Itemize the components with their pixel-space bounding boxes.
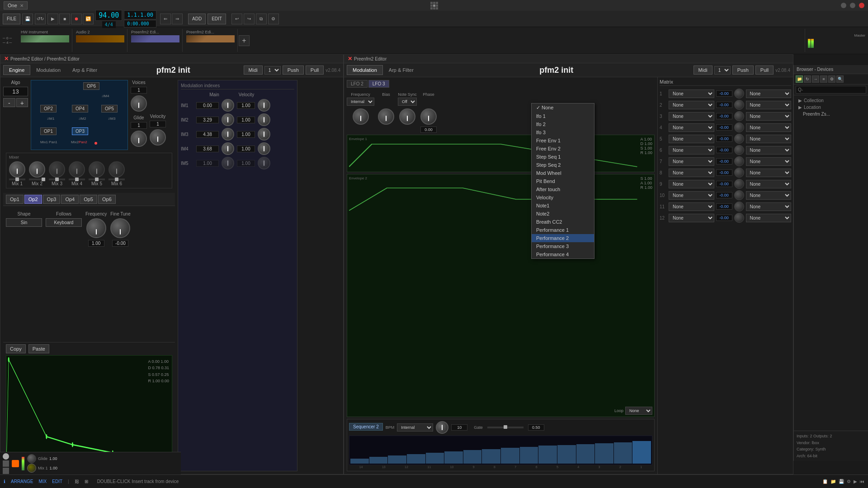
op5-tab[interactable]: Op5 [80,195,97,204]
add-button[interactable]: ADD [188,14,206,24]
bpm-knob[interactable] [436,421,448,434]
matrix-dest-9[interactable]: None [746,180,792,188]
status-icon-5[interactable]: ▶ [854,479,857,484]
op1-box[interactable]: OP1 [40,127,57,135]
dropdown-perf4[interactable]: Performance 4 [532,250,594,258]
im1-vel-value[interactable]: 1.00 [237,102,255,109]
matrix-source-7[interactable]: None [669,157,714,166]
status-icon-2[interactable]: 📁 [830,479,836,484]
dropdown-perf2[interactable]: Performance 2 [532,234,594,242]
im4-vel-value[interactable]: 1.00 [237,145,255,152]
mix2-slider[interactable] [29,178,45,180]
status-icon-link[interactable]: ⛓ [75,479,79,484]
im3-vel-value[interactable]: 1.00 [237,131,255,138]
right-tab-arp[interactable]: Arp & Filter [383,65,420,75]
nudge-left-button[interactable]: ⇐ [160,14,171,24]
right-panel-close[interactable]: ✕ [348,56,352,62]
bpm-select[interactable]: Internal [397,423,433,432]
matrix-source-2[interactable]: None [669,101,714,109]
seq-step-5[interactable] [426,453,444,464]
seq-step-4[interactable] [407,454,425,464]
matrix-knob-6[interactable] [734,145,744,155]
dropdown-none[interactable]: None [532,103,594,112]
matrix-source-1[interactable]: None [669,89,714,98]
dropdown-note2[interactable]: Note2 [532,210,594,218]
dropdown-stepseq1[interactable]: Step Seq 1 [532,153,594,161]
dropdown-aftertouch[interactable]: After touch [532,185,594,193]
left-midi-button[interactable]: Midi [244,66,263,75]
redo-button[interactable]: ↪ [244,14,255,24]
matrix-dest-12[interactable]: None [746,214,792,222]
bottom-icon-1[interactable] [3,453,9,460]
track-audio2[interactable]: Audio 2 [73,29,127,52]
loop-toggle-button[interactable]: 🔁 [83,14,94,24]
im3-vel-knob[interactable] [258,128,270,141]
seq-step-8[interactable] [482,449,500,464]
im2-vel-value[interactable]: 1.00 [237,117,255,123]
lfo-phase-knob[interactable] [420,108,437,125]
seq-step-3[interactable] [388,455,406,464]
seq-step-6[interactable] [444,451,463,464]
browser-collection[interactable]: ▶ Collection [796,97,866,104]
nudge-right-button[interactable]: ⇒ [172,14,183,24]
matrix-source-11[interactable]: None [669,202,714,211]
bottom-mix1-knob[interactable] [27,464,36,473]
file-button[interactable]: FILE [3,14,20,24]
seq-step-15[interactable] [614,442,632,464]
seq-step-10[interactable] [520,447,538,464]
dropdown-modwheel[interactable]: Mod Wheel [532,169,594,177]
bottom-record-icon[interactable] [12,460,19,467]
matrix-source-6[interactable]: None [669,146,714,155]
tab-arp-filter[interactable]: Arp & Filter [66,65,103,75]
track-hw-instrument[interactable]: HW Instrument [18,29,72,52]
arrange-button[interactable]: ARRANGE [11,479,33,484]
seq-step-2[interactable] [369,457,388,464]
window-close[interactable] [859,3,864,8]
seq-step-11[interactable] [538,446,557,464]
matrix-knob-1[interactable] [734,89,744,99]
bottom-glide-knob[interactable] [27,454,36,463]
matrix-dest-4[interactable]: None [746,123,792,132]
follows-dropdown[interactable]: Keyboard [46,218,82,227]
undo-button[interactable]: ↩ [231,14,242,24]
matrix-source-10[interactable]: None [669,191,714,200]
left-channel-select[interactable]: 1 [264,66,281,75]
tab-modulation[interactable]: Modulation [30,65,66,75]
dropdown-lfo3[interactable]: lfo 3 [532,128,594,136]
play-button[interactable]: ▶ [47,14,58,24]
velocity-knob[interactable] [150,129,166,145]
mix6-slider[interactable] [108,178,125,180]
mix5-knob[interactable] [89,161,105,178]
seq-step-7[interactable] [463,450,482,464]
op2-box[interactable]: OP2 [40,105,57,113]
lfo-notesync-select[interactable]: Off [398,98,417,106]
gate-slider[interactable] [487,427,524,428]
lfo-notesync-knob[interactable] [399,108,415,125]
status-icon-4[interactable]: ⚙ [847,479,851,484]
shape-dropdown[interactable]: Sin [6,218,42,227]
matrix-knob-12[interactable] [734,213,744,223]
browser-icon-refresh[interactable]: ↻ [804,75,811,83]
seq-step-9[interactable] [501,448,519,464]
im1-main-value[interactable]: 0.00 [196,102,219,109]
mix5-slider[interactable] [89,178,105,180]
mix2-knob[interactable] [29,161,45,178]
right-pull-button[interactable]: Pull [755,66,774,75]
matrix-knob-5[interactable] [734,134,744,144]
glide-knob[interactable] [131,131,147,147]
tempo-display[interactable]: 94.00 [95,10,122,21]
status-icon-1[interactable]: 📋 [822,479,828,484]
matrix-source-4[interactable]: None [669,123,714,132]
matrix-knob-10[interactable] [734,190,744,200]
lfo3-tab[interactable]: LFO 3 [368,80,389,88]
env2-loop-select[interactable]: None [625,407,652,415]
loop-button[interactable]: ↺↻ [35,14,46,24]
mix1-slider[interactable] [9,178,25,180]
op3-box[interactable]: OP3 [72,127,88,135]
mix1-knob[interactable] [9,161,25,178]
matrix-dest-10[interactable]: None [746,191,792,200]
op2-tab[interactable]: Op2 [24,195,42,204]
fine-tune-knob[interactable] [110,218,130,238]
frequency-knob[interactable] [86,218,106,238]
im2-main-knob[interactable] [222,113,234,126]
